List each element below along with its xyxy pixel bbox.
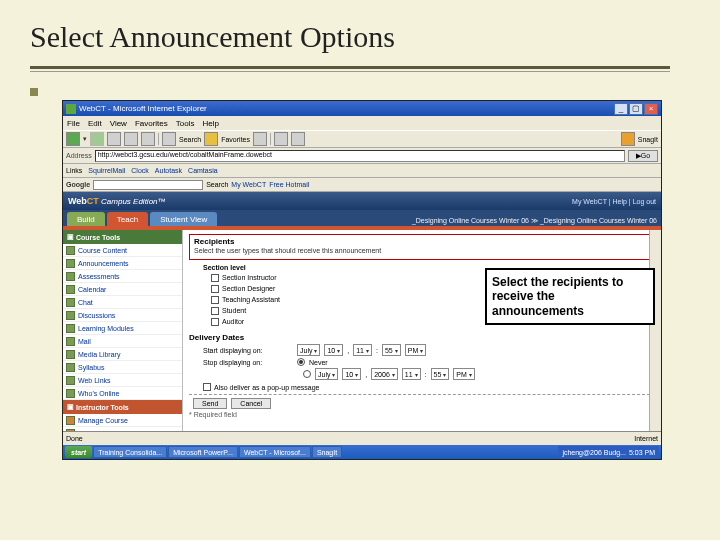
radio-never[interactable] <box>297 358 305 366</box>
tab-teach[interactable]: Teach <box>107 212 148 226</box>
start-ampm-select[interactable]: PM <box>405 344 427 356</box>
webct-header-links[interactable]: My WebCT | Help | Log out <box>572 198 656 205</box>
stop-date-row: Stop displaying on: Never <box>203 358 655 366</box>
vertical-scrollbar[interactable] <box>649 230 661 431</box>
minimize-button[interactable]: _ <box>614 103 628 115</box>
stop-hour-select[interactable]: 11 <box>402 368 421 380</box>
snagit-button[interactable] <box>621 132 635 146</box>
menu-tools[interactable]: Tools <box>176 119 195 128</box>
stop-month-select[interactable]: July <box>315 368 338 380</box>
taskbar-item[interactable]: Microsoft PowerP... <box>168 446 238 458</box>
main-panel: Recipients Select the user types that sh… <box>183 230 661 431</box>
menu-edit[interactable]: Edit <box>88 119 102 128</box>
sidebar-item-discussions[interactable]: Discussions <box>63 309 182 322</box>
content-area: ▣ Course Tools Course Content Announceme… <box>63 230 661 431</box>
sidebar-item-chat[interactable]: Chat <box>63 296 182 309</box>
menu-help[interactable]: Help <box>202 119 218 128</box>
role-label: Student <box>222 307 246 314</box>
checkbox-teaching-assistant[interactable] <box>211 296 219 304</box>
refresh-button[interactable] <box>124 132 138 146</box>
stop-day-select[interactable]: 10 <box>342 368 361 380</box>
google-action[interactable]: Free Hotmail <box>269 181 309 188</box>
modules-icon <box>66 324 75 333</box>
checkbox-popup[interactable] <box>203 383 211 391</box>
link-item[interactable]: SquirrelMail <box>88 167 125 174</box>
sidebar-item-learning-modules[interactable]: Learning Modules <box>63 322 182 335</box>
recipients-highlight: Recipients Select the user types that sh… <box>189 234 655 260</box>
sidebar-item-web-links[interactable]: Web Links <box>63 374 182 387</box>
stop-ampm-select[interactable]: PM <box>453 368 475 380</box>
divider <box>189 394 655 395</box>
folder-icon <box>66 246 75 255</box>
menu-favorites[interactable]: Favorites <box>135 119 168 128</box>
sidebar-item-course-content[interactable]: Course Content <box>63 244 182 257</box>
menu-view[interactable]: View <box>110 119 127 128</box>
menu-file[interactable]: File <box>67 119 80 128</box>
taskbar-item[interactable]: SnagIt <box>312 446 342 458</box>
stop-button[interactable] <box>107 132 121 146</box>
stop-year-select[interactable]: 2006 <box>371 368 398 380</box>
checkbox-student[interactable] <box>211 307 219 315</box>
windows-taskbar: start Training Consolida... Microsoft Po… <box>63 445 661 459</box>
start-min-select[interactable]: 55 <box>382 344 401 356</box>
favorites-button[interactable] <box>204 132 218 146</box>
google-action[interactable]: My WebCT <box>231 181 266 188</box>
send-button[interactable]: Send <box>193 398 227 409</box>
system-tray[interactable]: jcheng@206 Budg... 5:03 PM <box>558 446 659 458</box>
chat-icon <box>66 298 75 307</box>
cancel-button[interactable]: Cancel <box>231 398 271 409</box>
ie-icon <box>66 104 76 114</box>
webct-logo: WebCT Campus Edition™ <box>68 196 166 206</box>
link-item[interactable]: Camtasia <box>188 167 218 174</box>
google-search-input[interactable] <box>93 180 203 190</box>
checkbox-auditor[interactable] <box>211 318 219 326</box>
required-note: * Required field <box>189 411 655 418</box>
print-button[interactable] <box>291 132 305 146</box>
start-day-select[interactable]: 10 <box>324 344 343 356</box>
start-month-select[interactable]: July <box>297 344 320 356</box>
links-bar: Links SquirrelMail Clock Autotask Camtas… <box>63 164 661 178</box>
tab-student-view[interactable]: Student View <box>150 212 217 226</box>
sidebar-item-assessments[interactable]: Assessments <box>63 270 182 283</box>
sidebar-item-media-library[interactable]: Media Library <box>63 348 182 361</box>
title-underline <box>30 66 670 69</box>
start-button[interactable]: start <box>65 446 92 458</box>
sidebar-item-mail[interactable]: Mail <box>63 335 182 348</box>
back-button[interactable] <box>66 132 80 146</box>
go-button[interactable]: ▶ Go <box>628 150 658 162</box>
home-button[interactable] <box>141 132 155 146</box>
taskbar-item[interactable]: WebCT - Microsof... <box>239 446 311 458</box>
announce-icon <box>66 259 75 268</box>
checkbox-section-instructor[interactable] <box>211 274 219 282</box>
history-button[interactable] <box>253 132 267 146</box>
sidebar-item-announcements[interactable]: Announcements <box>63 257 182 270</box>
sidebar-item-syllabus[interactable]: Syllabus <box>63 361 182 374</box>
link-item[interactable]: Autotask <box>155 167 182 174</box>
sidebar-head-course-tools: ▣ Course Tools <box>63 230 182 244</box>
address-input[interactable]: http://webct3.gcsu.edu/webct/cobaltMainF… <box>95 150 625 162</box>
sidebar-item-whos-online[interactable]: Who's Online <box>63 387 182 400</box>
taskbar-item[interactable]: Training Consolida... <box>93 446 167 458</box>
sidebar-item-calendar[interactable]: Calendar <box>63 283 182 296</box>
role-label: Auditor <box>222 318 244 325</box>
manage-icon <box>66 416 75 425</box>
sidebar-item-manage-course[interactable]: Manage Course <box>63 414 182 427</box>
google-action[interactable]: Search <box>206 181 228 188</box>
stop-min-select[interactable]: 55 <box>431 368 450 380</box>
window-title: WebCT - Microsoft Internet Explorer <box>79 104 207 113</box>
mail-icon <box>66 337 75 346</box>
link-item[interactable]: Clock <box>131 167 149 174</box>
search-button[interactable] <box>162 132 176 146</box>
radio-on-date[interactable] <box>303 370 311 378</box>
webct-tabbar: Build Teach Student View _Designing Onli… <box>63 210 661 226</box>
start-hour-select[interactable]: 11 <box>353 344 372 356</box>
forward-button[interactable] <box>90 132 104 146</box>
tab-build[interactable]: Build <box>67 212 105 226</box>
mail-button[interactable] <box>274 132 288 146</box>
close-button[interactable]: × <box>644 103 658 115</box>
maximize-button[interactable]: ▢ <box>629 103 643 115</box>
checkbox-section-designer[interactable] <box>211 285 219 293</box>
address-bar: Address http://webct3.gcsu.edu/webct/cob… <box>63 148 661 164</box>
sidebar-item-assessment-manager[interactable]: Assessment Manager <box>63 427 182 431</box>
slide-title: Select Announcement Options <box>30 20 690 54</box>
